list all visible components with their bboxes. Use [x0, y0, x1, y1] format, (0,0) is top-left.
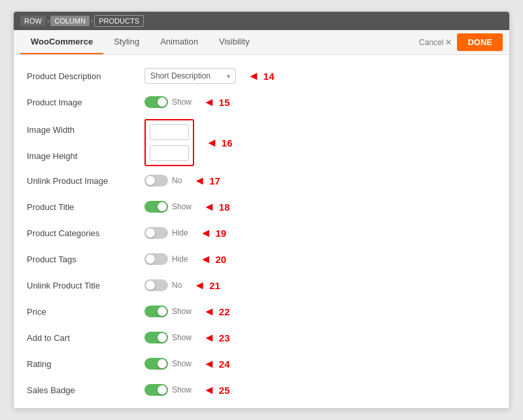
num-label: 16: [222, 137, 233, 149]
dimension-labels: Image Width Image Height: [27, 119, 144, 166]
toggle-product-categories[interactable]: Hide: [144, 227, 188, 239]
toggle-thumb-sales-badge: [158, 385, 167, 394]
header-actions: Cancel ✕ DONE: [419, 33, 503, 51]
label-image-width: Image Width: [27, 119, 144, 140]
close-icon: ✕: [445, 38, 452, 47]
tab-animation[interactable]: Animation: [150, 30, 209, 54]
toggle-unlink-title[interactable]: No: [144, 279, 182, 291]
arrow-icon: ◄: [206, 136, 218, 150]
label-image-height: Image Height: [27, 145, 144, 166]
num-label: 19: [216, 228, 227, 239]
control-price: Show ◄ 22: [144, 305, 230, 319]
control-product-categories: Hide ◄ 19: [144, 226, 226, 240]
toggle-product-image[interactable]: Show: [144, 96, 192, 108]
num-label: 25: [219, 385, 230, 396]
num-label: 17: [209, 175, 220, 186]
toggle-thumb-price: [158, 307, 167, 316]
tab-styling[interactable]: Styling: [103, 30, 150, 54]
breadcrumb-arrow-2: ›: [91, 18, 93, 25]
row-unlink-product-image: Unlink Product Image No ◄ 17: [27, 169, 496, 192]
toggle-label-tags: Hide: [172, 254, 188, 264]
toggle-sales-badge[interactable]: Show: [144, 384, 192, 396]
row-product-tags: Product Tags Hide ◄ 20: [27, 247, 496, 271]
arrow-icon: ◄: [194, 279, 205, 292]
num-label: 24: [219, 359, 230, 370]
control-product-description: Short Description ▾ ◄ 14: [144, 68, 275, 84]
toggle-product-title[interactable]: Show: [144, 201, 192, 213]
control-sales-badge: Show ◄ 25: [144, 383, 230, 397]
annotation-14: ◄ 14: [248, 69, 275, 83]
dropdown-value: Short Description: [150, 71, 211, 80]
annotation-20: ◄ 20: [200, 253, 227, 266]
control-add-to-cart: Show ◄ 23: [144, 331, 230, 345]
label-product-description: Product Description: [27, 71, 144, 81]
control-product-title: Show ◄ 18: [144, 200, 230, 214]
done-button[interactable]: DONE: [457, 33, 503, 51]
label-product-tags: Product Tags: [27, 254, 144, 264]
annotation-21: ◄ 21: [194, 279, 220, 292]
breadcrumb-column[interactable]: COLUMN: [50, 16, 90, 26]
arrow-icon: ◄: [203, 305, 215, 319]
toggle-track-sales-badge: [144, 384, 168, 396]
control-product-tags: Hide ◄ 20: [144, 253, 226, 266]
toggle-rating[interactable]: Show: [144, 358, 192, 370]
arrow-icon: ◄: [203, 96, 215, 109]
toggle-track-rating: [144, 358, 168, 370]
control-unlink-product-image: No ◄ 17: [144, 174, 220, 188]
dropdown-product-description[interactable]: Short Description ▾: [144, 68, 236, 84]
input-image-height[interactable]: [150, 145, 189, 161]
label-rating: Rating: [27, 359, 144, 369]
row-product-image: Product Image Show ◄ 15: [27, 90, 496, 114]
num-label: 15: [219, 97, 230, 108]
num-label: 14: [263, 71, 275, 82]
control-rating: Show ◄ 24: [144, 357, 230, 371]
breadcrumb-bar: ROW › COLUMN › PRODUCTS: [14, 12, 509, 30]
toggle-label-categories: Hide: [172, 228, 188, 237]
num-label: 18: [219, 201, 230, 213]
toggle-thumb-image: [158, 97, 167, 107]
label-price: Price: [27, 307, 144, 317]
annotation-24: ◄ 24: [203, 357, 230, 371]
row-pagination: Pagination Hide ◄ 26: [27, 404, 496, 408]
input-image-width[interactable]: [150, 124, 189, 140]
arrow-icon: ◄: [203, 357, 215, 371]
row-product-categories: Product Categories Hide ◄ 19: [27, 221, 496, 245]
num-label: 22: [219, 306, 230, 317]
row-unlink-product-title: Unlink Product Title No ◄ 21: [27, 273, 496, 297]
row-sales-badge: Sales Badge Show ◄ 25: [27, 378, 496, 402]
toggle-label-sales-badge: Show: [172, 385, 192, 394]
toggle-track-title: [144, 201, 168, 213]
toggle-track-image: [144, 96, 168, 108]
toggle-label-unlink-image: No: [172, 176, 182, 185]
breadcrumb-products[interactable]: PRODUCTS: [94, 15, 144, 27]
num-label: 23: [219, 332, 230, 343]
arrow-icon: ◄: [203, 200, 215, 214]
row-price: Price Show ◄ 22: [27, 300, 496, 323]
arrow-icon: ◄: [200, 253, 212, 266]
tab-woocommerce[interactable]: WooCommerce: [20, 30, 103, 54]
toggle-add-to-cart[interactable]: Show: [144, 332, 192, 343]
control-image-dimensions: ◄ 16: [144, 119, 233, 166]
label-unlink-product-image: Unlink Product Image: [27, 176, 144, 186]
toggle-thumb-rating: [158, 359, 167, 368]
num-label: 20: [216, 254, 227, 265]
toggle-unlink-image[interactable]: No: [144, 175, 182, 186]
toggle-thumb-categories: [146, 228, 155, 237]
arrow-icon: ◄: [203, 383, 215, 397]
toggle-price[interactable]: Show: [144, 306, 192, 317]
row-rating: Rating Show ◄ 24: [27, 352, 496, 376]
content-area: Product Description Short Description ▾ …: [14, 55, 509, 408]
annotation-22: ◄ 22: [203, 305, 230, 319]
toggle-product-tags[interactable]: Hide: [144, 253, 188, 265]
breadcrumb-row[interactable]: ROW: [20, 16, 46, 26]
annotation-25: ◄ 25: [203, 383, 230, 397]
cancel-button[interactable]: Cancel ✕: [419, 38, 452, 47]
toggle-track-cart: [144, 332, 168, 343]
tab-visibility[interactable]: Visibility: [209, 30, 260, 54]
cancel-label: Cancel: [419, 38, 443, 47]
annotation-16: ◄ 16: [206, 136, 233, 150]
row-image-dimensions: Image Width Image Height ◄ 16: [27, 116, 496, 166]
toggle-thumb-cart: [158, 333, 167, 342]
label-sales-badge: Sales Badge: [27, 385, 144, 395]
toggle-thumb-unlink-title: [146, 281, 155, 290]
